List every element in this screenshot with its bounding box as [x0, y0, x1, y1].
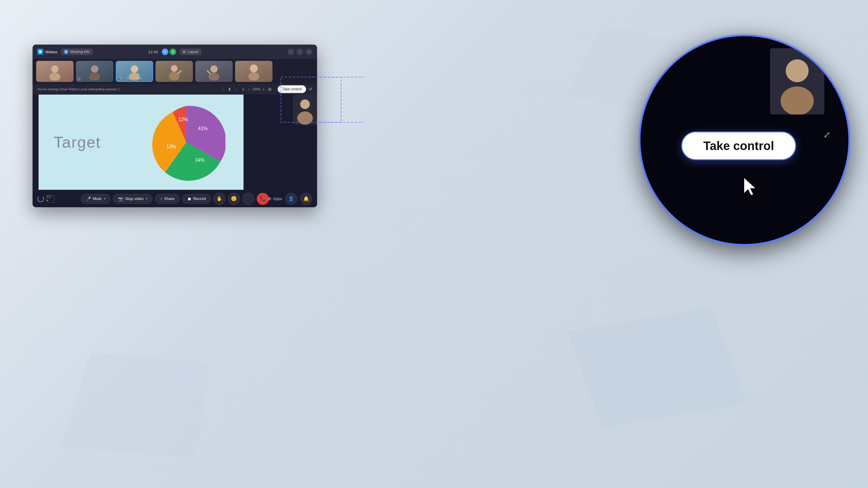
apps-button[interactable]: ⊞ Apps — [268, 196, 282, 201]
thumb-bg-2: 🔇 — [76, 61, 113, 82]
participant-thumb-5[interactable] — [195, 61, 233, 82]
cursor-arrow — [743, 176, 761, 199]
sofia-label: Sofia Gomez — [116, 77, 153, 80]
layout-button[interactable]: ⊞ Layout — [180, 48, 201, 55]
bell-icon: 🔔 — [303, 196, 309, 201]
stop-video-label: Stop video — [125, 196, 144, 201]
emoji-icon: 😊 — [231, 196, 237, 201]
svg-point-0 — [39, 50, 42, 53]
participants-button[interactable]: 👤 — [285, 193, 297, 205]
svg-point-20 — [300, 99, 310, 109]
toolbar-left: CC ▾ — [37, 195, 54, 203]
svg-text:12%: 12% — [179, 117, 188, 122]
minimize-button[interactable]: — — [287, 48, 294, 55]
mute-button[interactable]: 🎤 Mute ▾ — [81, 194, 111, 204]
svg-point-26 — [786, 59, 809, 82]
thumb-bg-1 — [36, 61, 73, 82]
content-area: Target — [33, 95, 317, 190]
webex-logo: Webex — [37, 49, 57, 55]
meeting-info-icon: ℹ — [64, 50, 68, 54]
meeting-info-label: Meeting info — [70, 50, 90, 54]
participant-thumb-4[interactable] — [156, 61, 193, 82]
svg-point-1 — [51, 65, 59, 73]
zoom-level: 100% — [252, 87, 261, 91]
mic-indicator-3: 🎤 — [118, 77, 121, 80]
close-button[interactable]: ✕ — [306, 48, 312, 55]
grid-view-button[interactable]: ⊞ — [268, 87, 272, 92]
apps-label: Apps — [273, 196, 282, 201]
svg-point-3 — [91, 65, 98, 73]
viewing-text: You're viewing Umar Patel's Local onboar… — [37, 87, 120, 91]
bg-decoration-3 — [567, 307, 747, 428]
bg-decoration-2 — [60, 352, 211, 458]
svg-point-21 — [297, 111, 313, 125]
more-icon: ... — [246, 196, 250, 201]
svg-point-5 — [131, 65, 138, 73]
prev-slide-button[interactable]: ‹ — [221, 86, 227, 92]
svg-text:41%: 41% — [198, 126, 208, 131]
pie-chart: 41% 34% 13% 12% — [147, 103, 225, 181]
share-icon: ↑ — [160, 196, 162, 201]
svg-text:13%: 13% — [166, 144, 176, 149]
end-call-button[interactable]: 📞 — [257, 193, 269, 205]
svg-point-27 — [781, 87, 814, 115]
participant-thumb-3[interactable]: Sofia Gomez 🎤 — [116, 61, 153, 82]
zoom-controls: − 100% + — [248, 87, 265, 92]
hand-raise-button[interactable]: ✋ — [213, 193, 225, 205]
phone-icon: 📞 — [260, 196, 266, 201]
webex-icon — [37, 49, 43, 55]
thumb-bg-3: Sofia Gomez 🎤 — [116, 61, 153, 82]
slide-container: Target — [38, 95, 244, 190]
avatar-2: S — [169, 48, 176, 55]
webex-window: Webex ℹ Meeting info 12:40 U S ⊞ Layout … — [33, 44, 317, 207]
participant-thumb-2[interactable]: 🔇 — [76, 61, 113, 82]
apps-icon: ⊞ — [268, 196, 271, 201]
zoom-in-button[interactable]: + — [262, 87, 265, 92]
svg-text:34%: 34% — [195, 158, 205, 163]
svg-point-13 — [250, 64, 258, 72]
hand-icon: ✋ — [216, 196, 222, 201]
svg-point-4 — [89, 73, 100, 80]
svg-marker-28 — [744, 178, 755, 195]
take-control-large-button[interactable]: Take control — [681, 132, 796, 160]
people-icon: 👤 — [288, 196, 294, 201]
title-bar-right: — □ ✕ — [287, 48, 312, 55]
notifications-button[interactable]: 🔔 — [300, 193, 312, 205]
thumb-bg-5 — [195, 61, 233, 82]
bottom-toolbar: CC ▾ 🎤 Mute ▾ 📷 Stop video ▾ ↑ Share ⏺ — [33, 190, 317, 207]
share-button[interactable]: ↑ Share — [155, 194, 180, 204]
next-slide-button[interactable]: › — [232, 86, 239, 92]
slide-view-wrapper: Target — [33, 95, 317, 190]
toolbar-right: ⊞ Apps 👤 🔔 — [268, 193, 312, 205]
more-options-button[interactable]: ... — [242, 193, 254, 205]
maximize-button[interactable]: □ — [297, 48, 303, 55]
layout-label: Layout — [187, 50, 198, 54]
video-arrow: ▾ — [146, 197, 147, 200]
reactions-button[interactable]: 😊 — [228, 193, 240, 205]
participant-thumb-6[interactable] — [235, 61, 273, 82]
stop-video-button[interactable]: 📷 Stop video ▾ — [113, 194, 153, 204]
slide-number: 2 — [229, 87, 230, 91]
meeting-info-button[interactable]: ℹ Meeting info — [61, 48, 93, 55]
svg-point-7 — [171, 65, 178, 72]
svg-line-9 — [178, 71, 181, 74]
toolbar-center: 🎤 Mute ▾ 📷 Stop video ▾ ↑ Share ⏺ Record — [81, 193, 269, 205]
muted-indicator-2: 🔇 — [77, 77, 82, 81]
participant-thumb-1[interactable] — [36, 61, 73, 82]
loading-spinner — [37, 195, 44, 202]
svg-point-10 — [210, 65, 218, 73]
expand-icon: ⤢ — [824, 130, 830, 140]
zoom-out-button[interactable]: − — [248, 87, 250, 92]
take-control-button[interactable]: Take control — [278, 85, 306, 93]
participant-strip: 🔇 Sofia Gomez 🎤 — [33, 59, 317, 84]
expand-button[interactable]: ⊡ — [240, 86, 246, 92]
caption-button[interactable]: CC ▾ — [46, 195, 54, 203]
sync-button[interactable]: ↺ — [309, 87, 312, 92]
content-wrapper: You're viewing Umar Patel's Local onboar… — [33, 84, 317, 190]
thumb-bg-4 — [156, 61, 193, 82]
camera-icon: 📷 — [118, 196, 123, 201]
record-label: Record — [193, 196, 206, 201]
record-button[interactable]: ⏺ Record — [182, 194, 211, 204]
svg-point-14 — [248, 72, 259, 80]
record-icon: ⏺ — [187, 196, 191, 201]
